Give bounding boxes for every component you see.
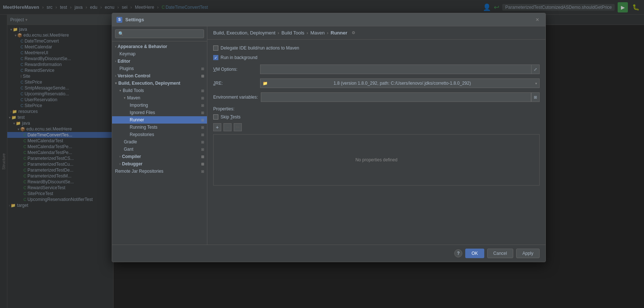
prop-add-btn[interactable]: + [213,123,221,131]
nav-icon-versioncontrol: ⊞ [201,74,204,78]
prop-edit-btn[interactable]: ✏ [234,123,242,131]
nav-item-runningtests[interactable]: Running Tests ⊞ [112,124,207,131]
nav-item-build-execution[interactable]: ▾ Build, Execution, Deployment [112,80,207,87]
nav-arrow-debugger: › [119,162,121,166]
nav-label-gradle: Gradle [124,139,137,144]
jre-label-underline: J [213,81,215,86]
nav-item-plugins[interactable]: Plugins ⊞ [112,65,207,72]
nav-label-repositories: Repositories [130,132,154,137]
settings-search [112,26,207,41]
nav-icon-compiler: ⊞ [201,155,204,159]
nav-item-appearance[interactable]: › Appearance & Behavior [112,43,207,50]
breadcrumb-arrow-2: › [307,30,308,36]
nav-icon-debugger: ⊞ [201,162,204,166]
nav-label-buildtools: Build Tools [123,88,144,93]
env-vars-input-container: ⊞ [261,92,540,102]
nav-item-repositories[interactable]: Repositories ⊞ [112,131,207,138]
env-vars-btn[interactable]: ⊞ [531,92,540,102]
nav-icon-runner: ⊞ [201,118,204,122]
no-properties-text: No properties defined [355,157,397,162]
dialog-close-button[interactable]: × [534,16,541,23]
nav-label-build: Build, Execution, Deployment [118,81,180,86]
settings-content: Build, Execution, Deployment › Build Too… [207,26,545,245]
prop-empty-area: No properties defined [213,134,540,186]
ok-button[interactable]: OK [465,249,484,258]
delegate-label: Delegate IDE build/run actions to Maven [221,45,299,51]
prop-remove-btn[interactable]: − [223,123,232,131]
run-background-check-mark: ✓ [214,56,217,60]
env-vars-input[interactable] [261,92,531,102]
vm-options-expand-btn[interactable]: ⤢ [532,65,540,74]
jre-value: 1.8 (version 1.8.0_292, path: C:/Users/l… [334,81,471,86]
nav-icon-buildtools: ⊞ [201,89,204,93]
help-button[interactable]: ? [454,249,462,257]
settings-nav: › Appearance & Behavior Keymap › Editor … [112,26,207,245]
nav-item-editor[interactable]: › Editor [112,58,207,65]
settings-icon: S [116,17,122,23]
nav-label-ignoredfiles: Ignored Files [130,110,155,115]
dialog-footer: ? OK Cancel Apply [112,245,545,262]
nav-item-runner[interactable]: Runner ⊞ [112,116,207,124]
dialog-title: Settings [125,17,144,22]
nav-label-versioncontrol: Version Control [118,73,150,78]
env-vars-label: Environment variables: [213,95,258,100]
nav-label-compiler: Compiler [122,154,141,159]
settings-dialog: S Settings × › Appearance & Behavior Key… [112,13,546,262]
nav-item-ignoredfiles[interactable]: Ignored Files ⊞ [112,109,207,116]
jre-dropdown-arrow: ▾ [535,81,537,85]
nav-label-editor: Editor [118,59,130,64]
delegate-checkbox-row: Delegate IDE build/run actions to Maven [213,45,540,51]
nav-label-runner: Runner [130,117,144,122]
nav-item-versioncontrol[interactable]: › Version Control ⊞ [112,72,207,80]
nav-icon-remotejar: ⊞ [201,169,204,173]
nav-item-importing[interactable]: Importing ⊞ [112,102,207,109]
nav-item-gradle[interactable]: Gradle ⊞ [112,138,207,146]
nav-icon-gant: ⊞ [201,147,204,151]
nav-arrow-compiler: › [119,155,121,158]
nav-icon-importing: ⊞ [201,103,204,107]
nav-item-debugger[interactable]: › Debugger ⊞ [112,160,207,168]
breadcrumb-runner: Runner [331,30,348,36]
nav-label-debugger: Debugger [122,161,143,166]
jre-folder-icon: 📁 [263,81,268,86]
settings-search-input[interactable] [115,29,204,38]
properties-label: Properties: [213,106,540,111]
nav-icon-gradle: ⊞ [201,140,204,144]
vm-options-input[interactable] [260,65,532,74]
delegate-checkbox[interactable] [213,45,218,51]
nav-item-buildtools[interactable]: ▾ Build Tools ⊞ [112,87,207,94]
dialog-title-bar: S Settings × [112,13,545,26]
breadcrumb-settings-icon[interactable]: ⚙ [352,30,355,35]
properties-toolbar: + − ✏ [213,123,540,131]
nav-label-plugins: Plugins [119,66,134,71]
jre-select[interactable]: 📁 1.8 (version 1.8.0_292, path: C:/Users… [260,78,540,88]
jre-row: JRE: 📁 1.8 (version 1.8.0_292, path: C:/… [213,78,540,88]
nav-icon-maven: ⊞ [201,96,204,100]
nav-item-gant[interactable]: Gant ⊞ [112,146,207,153]
nav-arrow-versioncontrol: › [115,74,116,78]
nav-icon-repositories: ⊞ [201,133,204,137]
skip-tests-label: Skip Tests [221,114,240,120]
settings-breadcrumb: Build, Execution, Deployment › Build Too… [207,26,545,40]
cancel-button[interactable]: Cancel [487,249,513,258]
breadcrumb-maven: Maven [310,30,325,36]
run-background-checkbox[interactable]: ✓ [213,55,218,60]
nav-icon-runningtests: ⊞ [201,125,204,129]
nav-label-gant: Gant [124,147,133,152]
run-background-checkbox-row: ✓ Run in background [213,55,540,60]
breadcrumb-buildtools: Build Tools [281,30,304,36]
nav-arrow-maven: ▾ [124,96,126,100]
nav-item-maven[interactable]: ▾ Maven ⊞ [112,94,207,102]
breadcrumb-build: Build, Execution, Deployment [213,30,275,36]
vm-options-label-underline: V [213,67,216,72]
nav-item-remotejar[interactable]: Remote Jar Repositories ⊞ [112,168,207,175]
nav-item-keymap[interactable]: Keymap [112,50,207,58]
dialog-body: › Appearance & Behavior Keymap › Editor … [112,26,545,245]
skip-tests-checkbox[interactable] [213,114,218,120]
nav-arrow-buildtools: ▾ [119,89,121,92]
run-background-label: Run in background [221,55,258,60]
nav-item-compiler[interactable]: › Compiler ⊞ [112,153,207,160]
vm-options-label: VM Options: [213,67,257,72]
nav-label-keymap: Keymap [119,51,136,56]
apply-button[interactable]: Apply [516,249,540,258]
